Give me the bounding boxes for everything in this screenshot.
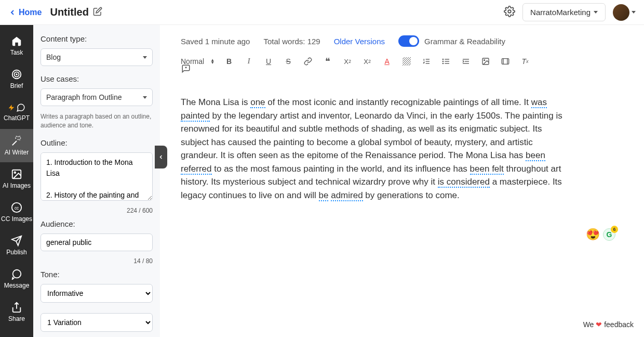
- word-count: Total words: 129: [263, 37, 320, 46]
- svg-point-20: [442, 61, 443, 61]
- indent-icon: [462, 57, 470, 66]
- grammar-suggestion[interactable]: admired: [331, 190, 363, 201]
- use-cases-select[interactable]: Paragraph from Outline: [41, 88, 153, 106]
- chevron-left-icon: [8, 8, 17, 17]
- content-type-value: Blog: [46, 53, 61, 61]
- grammarly-count: 6: [611, 226, 618, 233]
- grammar-suggestion[interactable]: one: [250, 97, 265, 108]
- audience-input[interactable]: [41, 234, 153, 251]
- grammarly-badge[interactable]: G6: [603, 228, 615, 241]
- use-cases-value: Paragraph from Outline: [46, 93, 122, 101]
- older-versions-link[interactable]: Older Versions: [334, 37, 385, 46]
- indent-button[interactable]: [461, 56, 471, 67]
- pencil-icon: [93, 7, 102, 16]
- subscript-button[interactable]: X2: [342, 56, 353, 67]
- chevron-down-icon: [632, 11, 636, 14]
- grammar-label: Grammar & Readability: [424, 37, 505, 46]
- superscript-button[interactable]: X2: [362, 56, 372, 67]
- variation-select[interactable]: 1 Variation: [41, 313, 153, 332]
- text-color-button[interactable]: A: [382, 56, 392, 67]
- content-type-select[interactable]: Blog: [41, 48, 153, 66]
- image-button[interactable]: [480, 56, 491, 67]
- svg-rect-12: [403, 57, 411, 66]
- message-icon: [11, 268, 22, 280]
- gear-icon: [504, 6, 515, 17]
- left-rail: Task Brief ChatGPT AI Writer AI Images: [0, 25, 33, 337]
- chevron-down-icon: [594, 11, 598, 14]
- unordered-list-button[interactable]: [441, 56, 451, 67]
- svg-text:cc: cc: [15, 206, 19, 211]
- grammar-toggle[interactable]: [398, 35, 419, 47]
- ordered-list-icon: [422, 57, 431, 66]
- emoji-reaction-button[interactable]: 😍: [586, 228, 600, 241]
- grammar-suggestion[interactable]: is considered: [438, 177, 490, 188]
- underline-button[interactable]: U: [263, 56, 274, 67]
- rail-label: Brief: [10, 82, 23, 89]
- comment-button[interactable]: [181, 63, 191, 74]
- outline-counter: 224 / 600: [41, 207, 153, 214]
- rail-label: Publish: [6, 249, 26, 256]
- svg-point-6: [14, 172, 16, 173]
- video-icon: [501, 57, 509, 66]
- account-menu[interactable]: [613, 4, 636, 21]
- svg-point-0: [508, 10, 511, 13]
- audience-label: Audience:: [41, 219, 153, 228]
- grammar-suggestion[interactable]: be: [319, 190, 329, 201]
- outline-input[interactable]: [41, 152, 153, 201]
- top-bar: Home Untitled NarratoMarketing: [0, 0, 644, 25]
- feedback-button[interactable]: We ❤ feedback: [580, 318, 637, 331]
- link-button[interactable]: [303, 56, 313, 67]
- workspace-selector[interactable]: NarratoMarketing: [522, 3, 606, 21]
- target-icon: [11, 69, 22, 80]
- comment-icon: [181, 64, 191, 73]
- outline-label: Outline:: [41, 138, 153, 147]
- unordered-list-icon: [442, 57, 450, 66]
- strikethrough-button[interactable]: S: [283, 56, 293, 67]
- rail-item-ai-images[interactable]: AI Images: [0, 162, 33, 196]
- status-row: Saved 1 minute ago Total words: 129 Olde…: [181, 35, 621, 47]
- home-link-label: Home: [19, 8, 42, 17]
- italic-button[interactable]: I: [244, 56, 254, 67]
- image-icon: [11, 168, 22, 180]
- bold-button[interactable]: B: [224, 56, 234, 67]
- heart-icon: ❤: [596, 320, 602, 329]
- video-button[interactable]: [500, 56, 511, 67]
- chevron-down-icon: [143, 56, 147, 59]
- edit-title-button[interactable]: [93, 7, 102, 18]
- svg-marker-4: [9, 105, 15, 111]
- svg-point-21: [442, 63, 443, 63]
- tone-select[interactable]: Informative: [41, 284, 153, 303]
- quote-button[interactable]: ❝: [323, 56, 333, 67]
- send-icon: [11, 235, 22, 247]
- svg-point-3: [16, 74, 17, 75]
- rail-item-publish[interactable]: Publish: [0, 229, 33, 262]
- rail-item-brief[interactable]: Brief: [0, 62, 33, 96]
- chevron-down-icon: [143, 96, 147, 99]
- rail-label: Task: [10, 49, 23, 56]
- chat-icon: [16, 103, 25, 112]
- ordered-list-button[interactable]: [421, 56, 432, 67]
- cc-icon: cc: [11, 202, 22, 213]
- home-icon: [11, 35, 22, 47]
- settings-button[interactable]: [504, 6, 515, 19]
- svg-rect-27: [502, 59, 508, 64]
- rail-label: AI Writer: [5, 149, 29, 156]
- link-icon: [304, 57, 312, 66]
- use-cases-help: Writes a paragraph based on an outline, …: [41, 112, 153, 130]
- highlight-button[interactable]: [401, 56, 412, 67]
- rail-label: Share: [8, 315, 25, 322]
- editor-content[interactable]: The Mona Lisa is one of the most iconic …: [181, 96, 565, 202]
- rail-item-task[interactable]: Task: [0, 29, 33, 62]
- bolt-icon: [8, 103, 15, 112]
- clear-format-button[interactable]: Tx: [520, 56, 530, 67]
- page-title: Untitled: [50, 6, 88, 18]
- home-link[interactable]: Home: [8, 8, 42, 17]
- svg-point-26: [484, 60, 485, 61]
- rail-item-message[interactable]: Message: [0, 262, 33, 295]
- rail-item-chatgpt[interactable]: ChatGPT: [0, 96, 33, 129]
- rail-item-ai-writer[interactable]: AI Writer: [0, 129, 33, 162]
- rail-item-cc-images[interactable]: cc CC Images: [0, 196, 33, 229]
- grammar-suggestion[interactable]: been felt: [470, 164, 504, 175]
- rail-item-share[interactable]: Share: [0, 295, 33, 329]
- use-cases-label: Use cases:: [41, 74, 153, 83]
